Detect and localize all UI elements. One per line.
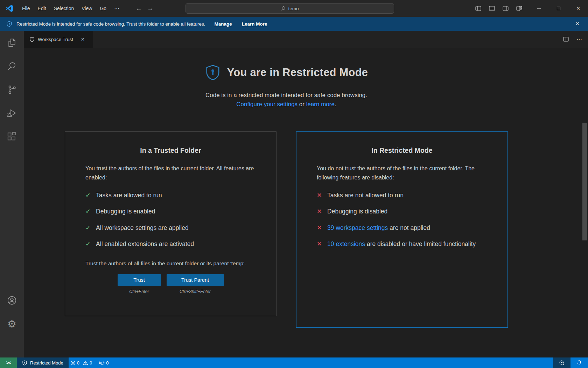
trusted-folder-card: In a Trusted Folder You trust the author… <box>65 131 276 316</box>
vscode-logo-icon <box>6 5 13 12</box>
ports-status[interactable]: 0 <box>97 357 110 368</box>
warning-icon <box>83 360 88 366</box>
notifications-bell-icon[interactable] <box>570 357 588 368</box>
list-item: ✕ Debugging is disabled <box>317 207 487 216</box>
tab-bar: Workspace Trust ✕ ⋯ <box>24 31 588 48</box>
learn-more-link[interactable]: Learn More <box>242 21 267 27</box>
command-center-search[interactable]: temo <box>186 3 394 14</box>
error-count: 0 <box>77 360 79 366</box>
tab-close-icon[interactable]: ✕ <box>79 36 86 43</box>
restricted-card-title: In Restricted Mode <box>317 146 487 155</box>
menu-file[interactable]: File <box>18 4 34 13</box>
check-icon: ✓ <box>85 224 91 232</box>
list-item: ✓ Tasks are allowed to run <box>85 191 256 200</box>
shield-icon <box>6 21 12 27</box>
tab-workspace-trust[interactable]: Workspace Trust ✕ <box>24 31 93 48</box>
learn-more-link[interactable]: learn more <box>306 101 335 108</box>
trusted-card-title: In a Trusted Folder <box>85 146 256 155</box>
extensions-icon[interactable] <box>4 128 20 145</box>
list-item: ✓ Debugging is enabled <box>85 207 256 216</box>
list-item: ✕ Tasks are not allowed to run <box>317 191 487 200</box>
settings-gear-icon[interactable]: ⚙ <box>4 315 20 332</box>
activity-bar: ⚙ <box>0 31 24 357</box>
maximize-button[interactable] <box>549 0 568 17</box>
trust-button[interactable]: Trust <box>118 274 161 286</box>
check-icon: ✓ <box>85 191 91 199</box>
banner-message: Restricted Mode is intended for safe cod… <box>16 21 205 27</box>
error-icon <box>70 360 76 366</box>
trusted-card-description: You trust the authors of the files in th… <box>85 164 256 182</box>
shield-icon <box>22 360 27 366</box>
restricted-card-description: You do not trust the authors of the file… <box>317 164 487 182</box>
search-text: temo <box>288 6 299 11</box>
trust-shortcut: Ctrl+Enter <box>129 289 149 294</box>
toggle-primary-sidebar-icon[interactable] <box>473 4 483 13</box>
menu-bar: File Edit Selection View Go ⋯ <box>18 4 124 13</box>
trust-parent-button[interactable]: Trust Parent <box>167 274 224 286</box>
trust-footer-text: Trust the authors of all files in the cu… <box>85 259 256 268</box>
accounts-icon[interactable] <box>4 292 20 309</box>
check-icon: ✓ <box>85 207 91 216</box>
history-navigation: ← → <box>135 5 154 12</box>
vscode-window: File Edit Selection View Go ⋯ ← → temo <box>0 0 588 368</box>
forward-icon[interactable]: → <box>147 5 154 12</box>
source-control-icon[interactable] <box>4 81 20 98</box>
window-controls: ✕ <box>529 0 588 17</box>
list-item: ✓ All enabled extensions are activated <box>85 240 256 248</box>
trust-parent-shortcut: Ctrl+Shift+Enter <box>180 289 211 294</box>
minimize-button[interactable] <box>529 0 549 17</box>
list-item: ✓ All workspace settings are applied <box>85 224 256 232</box>
remote-indicator[interactable]: >< <box>0 357 17 368</box>
restricted-mode-label: Restricted Mode <box>30 360 63 366</box>
layout-controls <box>473 4 524 13</box>
zoom-out-status[interactable] <box>553 357 570 368</box>
toggle-secondary-sidebar-icon[interactable] <box>500 4 511 13</box>
tab-label: Workspace Trust <box>38 37 73 42</box>
editor-scrollbar[interactable] <box>582 123 587 240</box>
title-bar: File Edit Selection View Go ⋯ ← → temo <box>0 0 588 17</box>
menu-go[interactable]: Go <box>96 4 110 13</box>
check-icon: ✓ <box>85 240 91 248</box>
workspace-trust-editor: You are in Restricted Mode Code is in a … <box>24 48 588 357</box>
configure-settings-link[interactable]: Configure your settings <box>236 101 298 108</box>
back-icon[interactable]: ← <box>135 5 142 12</box>
run-debug-icon[interactable] <box>4 105 20 122</box>
customize-layout-icon[interactable] <box>514 4 524 13</box>
restricted-mode-banner: Restricted Mode is intended for safe cod… <box>0 17 588 31</box>
cross-icon: ✕ <box>317 224 322 232</box>
menu-more-icon[interactable]: ⋯ <box>110 4 124 13</box>
list-item: ✕ 10 extensions are disabled or have lim… <box>317 240 487 248</box>
status-bar: >< Restricted Mode 0 <box>0 357 588 368</box>
search-sidebar-icon[interactable] <box>4 58 20 75</box>
toggle-panel-icon[interactable] <box>487 4 497 13</box>
workspace-settings-link[interactable]: 39 workspace settings <box>327 224 388 231</box>
ports-count: 0 <box>106 360 108 366</box>
banner-close-icon[interactable]: ✕ <box>573 19 582 28</box>
manage-link[interactable]: Manage <box>215 21 232 27</box>
cross-icon: ✕ <box>317 207 322 216</box>
editor-more-actions-icon[interactable]: ⋯ <box>575 35 584 44</box>
restricted-shield-icon <box>205 64 221 81</box>
cross-icon: ✕ <box>317 191 322 199</box>
list-item: ✕ 39 workspace settings are not applied <box>317 224 487 232</box>
explorer-icon[interactable] <box>4 34 20 51</box>
warning-count: 0 <box>90 360 92 366</box>
page-title: You are in Restricted Mode <box>227 66 368 79</box>
shield-icon <box>29 37 35 42</box>
extensions-link[interactable]: 10 extensions <box>327 240 365 247</box>
page-subtitle: Code is in a restricted mode intended fo… <box>65 91 508 109</box>
restricted-mode-status[interactable]: Restricted Mode <box>17 357 69 368</box>
search-icon <box>281 6 286 11</box>
cross-icon: ✕ <box>317 240 322 248</box>
restricted-mode-card: In Restricted Mode You do not trust the … <box>296 131 508 328</box>
menu-selection[interactable]: Selection <box>50 4 78 13</box>
split-editor-icon[interactable] <box>562 35 570 43</box>
close-window-button[interactable]: ✕ <box>568 0 588 17</box>
radio-tower-icon <box>99 360 105 366</box>
problems-status[interactable]: 0 0 <box>69 357 94 368</box>
menu-edit[interactable]: Edit <box>34 4 50 13</box>
menu-view[interactable]: View <box>78 4 96 13</box>
